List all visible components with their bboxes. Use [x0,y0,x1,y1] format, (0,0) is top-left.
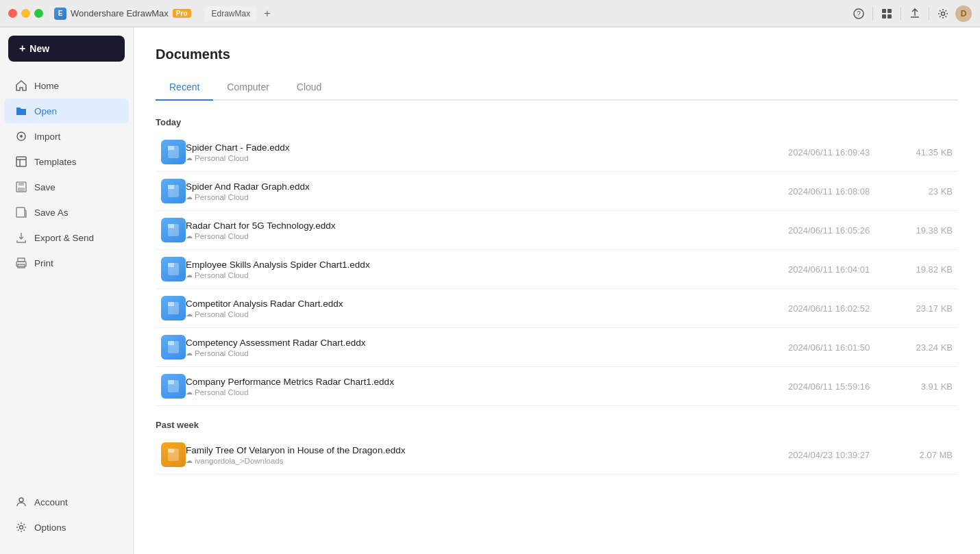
sidebar-item-save-as[interactable]: Save As [4,200,129,225]
main-tab[interactable]: EdrawMax [205,6,258,21]
avatar[interactable]: D [955,5,972,22]
file-name: Employee Skills Analysis Spider Chart1.e… [186,260,788,270]
file-item[interactable]: Employee Skills Analysis Spider Chart1.e… [156,250,958,289]
file-size: 41.35 KB [898,147,953,158]
tab-cloud[interactable]: Cloud [283,76,336,101]
help-button[interactable]: ? [849,5,868,22]
file-date: 2024/06/11 16:04:01 [788,264,898,275]
file-item[interactable]: Family Tree Of Velaryon in House of the … [156,436,958,475]
file-info: Employee Skills Analysis Spider Chart1.e… [186,260,788,279]
minimize-button[interactable] [21,9,30,18]
toolbar-icons: ? [849,5,953,22]
page-title: Documents [156,47,958,62]
sidebar-item-account[interactable]: Account [4,490,129,514]
svg-rect-4 [882,14,886,18]
sidebar-item-open[interactable]: Open [4,99,129,123]
pro-badge: Pro [173,9,191,18]
file-info: Spider And Radar Graph.eddx☁Personal Clo… [186,181,788,201]
section-past-week: Past week [156,420,958,430]
file-icon-blue [161,179,186,203]
svg-text:?: ? [857,10,861,18]
export-icon [15,231,27,244]
sidebar-item-home[interactable]: Home [4,73,129,98]
svg-rect-13 [19,182,24,186]
settings-button[interactable] [933,5,953,22]
file-icon-blue [161,296,186,320]
svg-point-19 [19,498,23,502]
location-text: Personal Cloud [195,310,249,318]
file-item[interactable]: Competency Assessment Radar Chart.eddx☁P… [156,328,958,367]
file-size: 23.24 KB [898,342,953,353]
sidebar-bottom: Account Options [0,489,133,546]
svg-rect-34 [168,380,174,384]
main-layout: + New Home Open I [0,27,980,554]
file-location: ☁Personal Cloud [186,193,788,201]
file-item[interactable]: Competitor Analysis Radar Chart.eddx☁Per… [156,289,958,328]
file-item[interactable]: Spider Chart - Fade.eddx☁Personal Cloud2… [156,133,958,172]
location-text: Personal Cloud [195,232,249,240]
file-item[interactable]: Company Performance Metrics Radar Chart1… [156,367,958,406]
grid-view-button[interactable] [877,5,896,22]
divider3 [929,7,929,21]
file-date: 2024/06/11 15:59:16 [788,381,898,392]
home-label: Home [34,81,59,91]
maximize-button[interactable] [34,9,43,18]
file-size: 19.38 KB [898,225,953,236]
file-name: Family Tree Of Velaryon in House of the … [186,445,788,455]
svg-rect-22 [168,146,174,150]
svg-rect-36 [168,449,174,453]
new-button[interactable]: + New [8,36,125,62]
location-text: Personal Cloud [195,349,249,357]
save-as-label: Save As [34,207,69,218]
svg-rect-32 [168,341,174,345]
save-icon [15,181,27,193]
file-size: 19.82 KB [898,264,953,275]
file-list-today: Spider Chart - Fade.eddx☁Personal Cloud2… [156,133,958,406]
sidebar-item-templates[interactable]: Templates [4,149,129,174]
file-name: Spider And Radar Graph.eddx [186,181,788,192]
svg-rect-15 [16,207,25,217]
app-icon: E [54,8,66,20]
save-label: Save [34,182,56,192]
close-button[interactable] [8,9,17,18]
svg-rect-14 [18,188,25,191]
import-icon [15,130,27,142]
file-item[interactable]: Radar Chart for 5G Technology.eddx☁Perso… [156,211,958,250]
file-location: ☁ivangordola_>Downloads [186,457,788,465]
file-name: Radar Chart for 5G Technology.eddx [186,221,788,231]
svg-rect-2 [882,9,886,13]
import-label: Import [34,131,60,142]
file-icon-blue [161,335,186,360]
file-icon-blue [161,374,186,399]
cloud-icon: ☁ [186,193,193,201]
add-tab-button[interactable]: + [260,6,274,21]
svg-point-8 [20,135,23,138]
tab-computer[interactable]: Computer [213,76,282,101]
file-icon-blue [161,140,186,164]
share-button[interactable] [905,5,924,22]
cloud-icon: ☁ [186,349,193,357]
file-location: ☁Personal Cloud [186,310,788,318]
templates-icon [15,155,27,168]
file-info: Radar Chart for 5G Technology.eddx☁Perso… [186,221,788,240]
print-icon [15,257,27,269]
file-item[interactable]: Spider And Radar Graph.eddx☁Personal Clo… [156,172,958,211]
sidebar-item-print[interactable]: Print [4,251,129,275]
sidebar-item-import[interactable]: Import [4,124,129,149]
print-label: Print [34,258,53,268]
location-text: Personal Cloud [195,154,249,162]
sidebar-item-export[interactable]: Export & Send [4,225,129,250]
file-location: ☁Personal Cloud [186,271,788,279]
file-size: 23 KB [898,186,953,197]
svg-rect-26 [168,224,174,228]
tab-recent[interactable]: Recent [156,76,213,101]
svg-rect-24 [168,185,174,189]
plus-icon: + [19,42,25,55]
svg-point-6 [942,12,945,15]
file-name: Spider Chart - Fade.eddx [186,142,788,153]
sidebar-nav: Home Open Import Templates [0,73,133,489]
sidebar-item-save[interactable]: Save [4,175,129,199]
file-list-past-week: Family Tree Of Velaryon in House of the … [156,436,958,475]
file-date: 2024/06/11 16:08:08 [788,186,898,197]
sidebar-item-options[interactable]: Options [4,515,129,540]
